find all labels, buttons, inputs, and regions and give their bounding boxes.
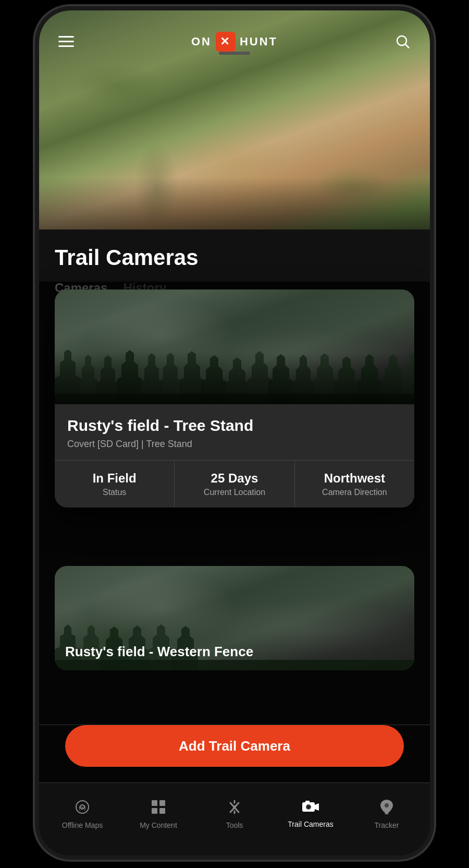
- tools-label: Tools: [226, 821, 243, 829]
- offline-maps-label: Offline Maps: [62, 821, 103, 829]
- svg-text:(×): (×): [79, 804, 86, 811]
- panel-title: Trail Cameras: [55, 245, 414, 270]
- trail-cameras-icon: [302, 800, 319, 817]
- camera-card-info: Rusty's field - Tree Stand Covert [SD Ca…: [55, 404, 414, 460]
- logo-text-hunt: HUNT: [240, 35, 278, 49]
- svg-rect-10: [152, 800, 157, 806]
- nav-item-offline-maps[interactable]: (×) Offline Maps: [44, 799, 120, 829]
- nav-item-trail-cameras[interactable]: Trail Cameras: [273, 800, 349, 828]
- svg-point-17: [307, 805, 310, 809]
- phone-frame: ON ✕ HUNT Trail Cameras Cameras History: [39, 10, 430, 855]
- stat-location: 25 Days Current Location: [175, 461, 294, 508]
- offline-maps-icon: (×): [74, 799, 91, 818]
- stat-direction-label: Camera Direction: [303, 488, 406, 497]
- stat-direction: Northwest Camera Direction: [295, 461, 414, 508]
- svg-rect-12: [152, 808, 157, 814]
- stat-direction-value: Northwest: [303, 471, 406, 486]
- stat-status-value: In Field: [63, 471, 166, 486]
- stat-status-label: Status: [63, 488, 166, 497]
- nav-item-my-content[interactable]: My Content: [120, 799, 196, 829]
- nav-item-tools[interactable]: Tools: [196, 799, 273, 829]
- camera-second-name: Rusty's field - Western Fence: [65, 644, 253, 660]
- svg-point-3: [397, 36, 406, 45]
- svg-point-14: [233, 805, 236, 809]
- svg-rect-6: [55, 660, 414, 670]
- drag-handle[interactable]: [219, 52, 250, 55]
- app-logo: ON ✕ HUNT: [191, 32, 278, 52]
- camera-card-modal[interactable]: Rusty's field - Tree Stand Covert [SD Ca…: [55, 290, 414, 508]
- svg-rect-11: [159, 800, 165, 806]
- svg-point-19: [385, 803, 389, 807]
- logo-x-badge: ✕: [216, 32, 236, 52]
- camera-card-image: [55, 290, 414, 404]
- camera-name: Rusty's field - Tree Stand: [67, 417, 402, 435]
- stat-status: In Field Status: [55, 461, 175, 508]
- my-content-label: My Content: [140, 821, 177, 829]
- camera-stats: In Field Status 25 Days Current Location…: [55, 460, 414, 508]
- tree-silhouette-2: [55, 608, 414, 670]
- bottom-nav: (×) Offline Maps My Content: [39, 782, 430, 855]
- svg-rect-13: [159, 808, 165, 814]
- camera-card-second-image: Rusty's field - Western Fence: [55, 566, 414, 670]
- my-content-icon: [150, 799, 167, 818]
- tools-icon: [226, 799, 243, 818]
- menu-icon[interactable]: [55, 30, 78, 53]
- svg-rect-18: [305, 801, 310, 803]
- nav-item-tracker[interactable]: Tracker: [349, 799, 425, 829]
- camera-subtitle: Covert [SD Card] | Tree Stand: [67, 439, 402, 450]
- tracker-label: Tracker: [375, 821, 399, 829]
- logo-x-text: ✕: [220, 35, 231, 49]
- search-icon[interactable]: [391, 30, 414, 53]
- camera-card-second[interactable]: Rusty's field - Western Fence: [55, 566, 414, 670]
- svg-rect-2: [58, 45, 74, 47]
- logo-text-on: ON: [191, 35, 212, 49]
- svg-rect-0: [58, 36, 74, 38]
- map-area: ON ✕ HUNT: [39, 10, 430, 261]
- top-nav: ON ✕ HUNT: [39, 10, 430, 57]
- trail-cameras-nav-label: Trail Cameras: [288, 820, 333, 828]
- camera-image-overlay: [55, 352, 414, 404]
- stat-location-label: Current Location: [183, 488, 286, 497]
- tracker-icon: [379, 799, 394, 818]
- svg-line-4: [405, 44, 409, 48]
- add-trail-camera-label: Add Trail Camera: [179, 738, 290, 754]
- svg-rect-1: [58, 41, 74, 42]
- stat-location-value: 25 Days: [183, 471, 286, 486]
- add-trail-camera-button[interactable]: Add Trail Camera: [65, 725, 404, 767]
